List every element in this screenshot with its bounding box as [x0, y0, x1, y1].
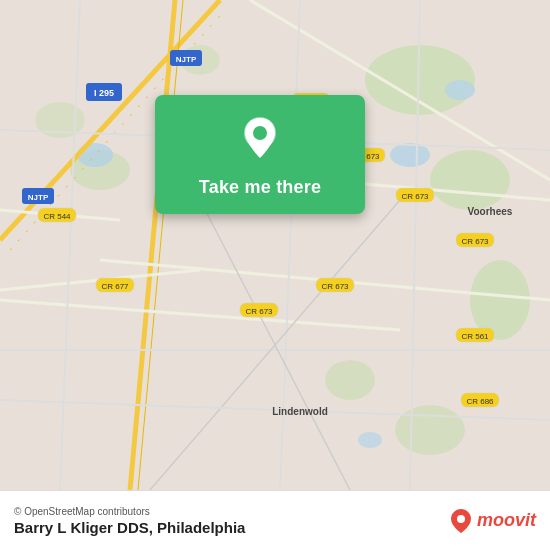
svg-text:CR 561: CR 561 — [461, 332, 489, 341]
svg-text:CR 544: CR 544 — [43, 212, 71, 221]
location-name: Barry L Kliger DDS, Philadelphia — [14, 519, 245, 536]
svg-text:NJTP: NJTP — [28, 193, 49, 202]
svg-point-10 — [390, 143, 430, 167]
map-container: I 295 NJTP NJTP CR 544 CR 561 CR 673 CR … — [0, 0, 550, 490]
svg-text:Voorhees: Voorhees — [468, 206, 513, 217]
location-pin-icon — [235, 113, 285, 163]
svg-text:NJTP: NJTP — [176, 55, 197, 64]
location-card[interactable]: Take me there — [155, 95, 365, 214]
svg-point-8 — [395, 405, 465, 455]
svg-text:CR 673: CR 673 — [461, 237, 489, 246]
svg-point-12 — [358, 432, 382, 448]
moovit-pin-icon — [449, 507, 473, 535]
svg-text:I 295: I 295 — [94, 88, 114, 98]
bottom-info: © OpenStreetMap contributors Barry L Kli… — [14, 506, 245, 536]
bottom-bar: © OpenStreetMap contributors Barry L Kli… — [0, 490, 550, 550]
take-me-there-button[interactable]: Take me there — [199, 177, 321, 198]
svg-point-11 — [445, 80, 475, 100]
svg-text:CR 673: CR 673 — [401, 192, 429, 201]
osm-credit: © OpenStreetMap contributors — [14, 506, 245, 517]
svg-text:CR 677: CR 677 — [101, 282, 129, 291]
svg-text:CR 673: CR 673 — [321, 282, 349, 291]
moovit-brand-text: moovit — [477, 510, 536, 531]
svg-text:CR 686: CR 686 — [466, 397, 494, 406]
svg-point-63 — [457, 515, 465, 523]
svg-point-7 — [325, 360, 375, 400]
moovit-logo: moovit — [449, 507, 536, 535]
svg-point-2 — [430, 150, 510, 210]
svg-point-62 — [253, 126, 267, 140]
svg-text:CR 673: CR 673 — [245, 307, 273, 316]
svg-text:Lindenwold: Lindenwold — [272, 406, 328, 417]
